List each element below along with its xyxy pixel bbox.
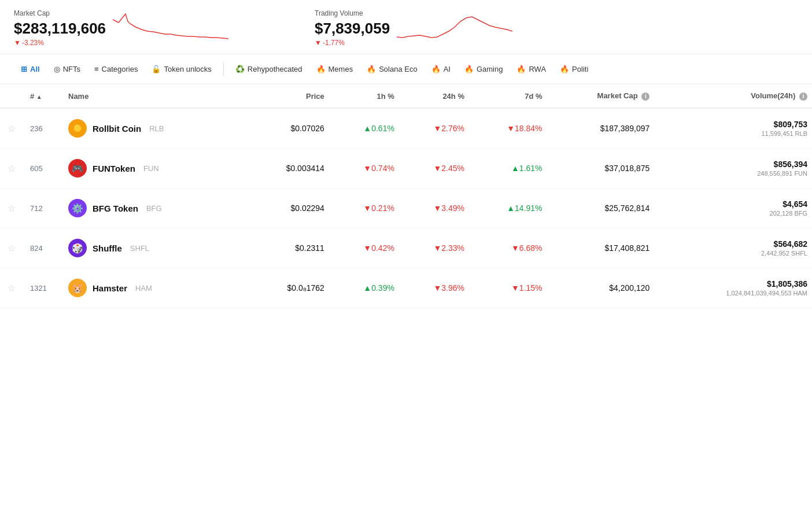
filter-gaming[interactable]: 🔥 Gaming — [457, 61, 510, 77]
h24-cell: ▼2.45% — [399, 149, 469, 188]
table-row: ☆ 712 ⚙️ BFG Token BFG $0.02294 ▼0.21% ▼… — [0, 188, 812, 228]
coins-table: # ▲ Name Price 1h % 24h % 7d % M — [0, 84, 812, 308]
volume-cell: $856,394 248,556,891 FUN — [654, 149, 812, 188]
th-name[interactable]: Name — [64, 84, 246, 108]
table-row: ☆ 605 🎮 FUNToken FUN $0.003414 ▼0.74% ▼2… — [0, 149, 812, 188]
d7-arrow: ▲ — [511, 164, 519, 173]
rehypothecated-icon: ♻️ — [235, 65, 245, 73]
coin-name[interactable]: BFG Token — [93, 204, 138, 213]
filter-rehypothecated-label: Rehypothecated — [248, 65, 302, 73]
coin-name[interactable]: Shuffle — [93, 243, 122, 253]
trading-volume-label: Trading Volume — [315, 9, 390, 17]
price-cell: $0.0₈1762 — [246, 268, 329, 308]
market-cap-value: $283,119,606 — [14, 20, 106, 38]
rwa-icon: 🔥 — [516, 65, 526, 73]
market-cap-card: Market Cap $283,119,606 ▼-3.23% — [14, 9, 315, 47]
filter-solana-eco[interactable]: 🔥 Solana Eco — [360, 61, 425, 77]
th-favorite — [0, 84, 23, 108]
th-market-cap[interactable]: Market Cap i — [547, 84, 655, 108]
politi-icon: 🔥 — [560, 65, 569, 73]
table-header-row: # ▲ Name Price 1h % 24h % 7d % M — [0, 84, 812, 108]
filter-all-label: All — [30, 65, 40, 73]
name-cell: 🎮 FUNToken FUN — [64, 149, 246, 188]
coin-ticker: RLB — [149, 124, 164, 133]
volume-cell: $564,682 2,442,952 SHFL — [654, 228, 812, 268]
rank-cell: 824 — [23, 228, 64, 268]
favorite-cell: ☆ — [0, 228, 23, 268]
th-h24[interactable]: 24h % — [399, 84, 469, 108]
star-button[interactable]: ☆ — [8, 283, 16, 294]
favorite-cell: ☆ — [0, 149, 23, 188]
name-cell: ⚙️ BFG Token BFG — [64, 188, 246, 228]
h1-cell: ▼0.21% — [329, 188, 399, 228]
favorite-cell: ☆ — [0, 108, 23, 149]
th-volume-24h[interactable]: Volume(24h) i — [654, 84, 812, 108]
rank-cell: 1321 — [23, 268, 64, 308]
volume-usd: $4,654 — [659, 199, 807, 209]
coin-ticker: FUN — [143, 164, 159, 173]
filter-memes[interactable]: 🔥 Memes — [309, 61, 360, 77]
filter-nfts-label: NFTs — [63, 65, 80, 73]
th-d7[interactable]: 7d % — [469, 84, 547, 108]
trading-volume-change: ▼-1.77% — [315, 39, 390, 47]
rank-cell: 236 — [23, 108, 64, 149]
coin-name[interactable]: Rollbit Coin — [93, 124, 141, 134]
filter-rehypothecated[interactable]: ♻️ Rehypothecated — [228, 61, 309, 77]
h1-arrow: ▼ — [363, 243, 371, 253]
market-cap-info-icon: i — [641, 92, 649, 101]
d7-cell: ▼6.68% — [469, 228, 547, 268]
volume-usd: $856,394 — [659, 160, 807, 169]
h24-arrow: ▼ — [433, 124, 441, 133]
market-cap-cell: $25,762,814 — [547, 188, 655, 228]
h24-arrow: ▼ — [433, 283, 441, 293]
rank-cell: 605 — [23, 149, 64, 188]
trading-volume-value: $7,839,059 — [315, 20, 390, 38]
coin-name[interactable]: FUNToken — [93, 164, 135, 173]
h24-cell: ▼3.96% — [399, 268, 469, 308]
th-h1[interactable]: 1h % — [329, 84, 399, 108]
h24-cell: ▼2.33% — [399, 228, 469, 268]
market-cap-cell: $4,200,120 — [547, 268, 655, 308]
star-button[interactable]: ☆ — [8, 243, 16, 254]
filter-rwa[interactable]: 🔥 RWA — [510, 61, 553, 77]
star-button[interactable]: ☆ — [8, 123, 16, 134]
favorite-cell: ☆ — [0, 268, 23, 308]
filter-bar: ⊞ All ◎ NFTs ≡ Categories 🔓 Token unlock… — [0, 54, 812, 84]
star-button[interactable]: ☆ — [8, 203, 16, 214]
volume-token: 202,128 BFG — [659, 210, 807, 217]
price-cell: $0.2311 — [246, 228, 329, 268]
sort-icon: ▲ — [36, 94, 42, 100]
volume-usd: $1,805,386 — [659, 279, 807, 288]
filter-nfts[interactable]: ◎ NFTs — [47, 61, 87, 77]
filter-politi[interactable]: 🔥 Politi — [553, 61, 595, 77]
d7-cell: ▲1.61% — [469, 149, 547, 188]
table-row: ☆ 824 🎲 Shuffle SHFL $0.2311 ▼0.42% ▼2.3… — [0, 228, 812, 268]
h24-cell: ▼2.76% — [399, 108, 469, 149]
name-cell: 🟡 Rollbit Coin RLB — [64, 108, 246, 149]
price-cell: $0.02294 — [246, 188, 329, 228]
h1-cell: ▲0.39% — [329, 268, 399, 308]
filter-ai[interactable]: 🔥 AI — [425, 61, 457, 77]
d7-cell: ▼1.15% — [469, 268, 547, 308]
market-cap-cell: $17,408,821 — [547, 228, 655, 268]
favorite-cell: ☆ — [0, 188, 23, 228]
name-cell: 🎲 Shuffle SHFL — [64, 228, 246, 268]
filter-all[interactable]: ⊞ All — [14, 61, 47, 77]
market-cap-cell: $187,389,097 — [547, 108, 655, 149]
d7-arrow: ▲ — [507, 204, 515, 213]
filter-token-unlocks[interactable]: 🔓 Token unlocks — [145, 61, 218, 77]
th-price[interactable]: Price — [246, 84, 329, 108]
volume-token: 2,442,952 SHFL — [659, 250, 807, 257]
d7-arrow: ▼ — [511, 283, 519, 293]
filter-categories[interactable]: ≡ Categories — [87, 61, 145, 77]
volume-token: 11,599,451 RLB — [659, 130, 807, 137]
h1-arrow: ▲ — [363, 124, 371, 133]
th-rank[interactable]: # ▲ — [23, 84, 64, 108]
h1-cell: ▲0.61% — [329, 108, 399, 149]
volume-token: 248,556,891 FUN — [659, 170, 807, 177]
ai-icon: 🔥 — [431, 65, 441, 73]
coin-name[interactable]: Hamster — [93, 283, 127, 293]
volume-usd: $564,682 — [659, 239, 807, 249]
d7-cell: ▼18.84% — [469, 108, 547, 149]
star-button[interactable]: ☆ — [8, 163, 16, 174]
